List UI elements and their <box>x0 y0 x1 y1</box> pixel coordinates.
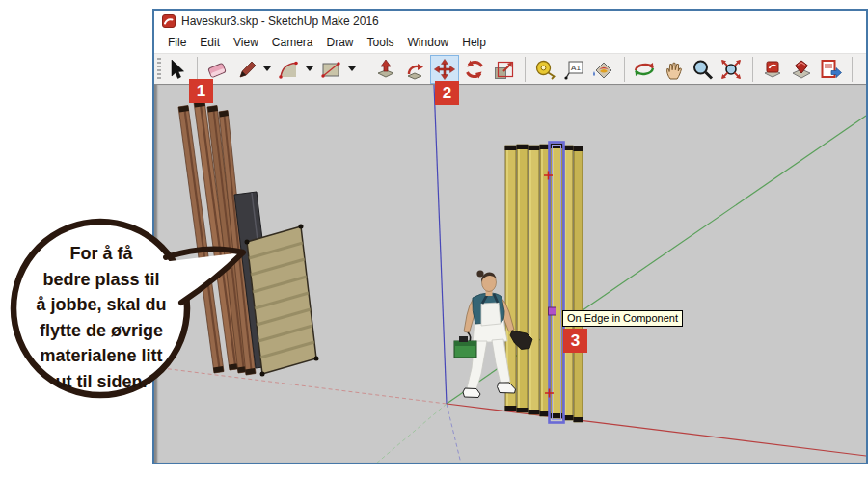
text-tool-icon[interactable]: A1 <box>560 56 587 83</box>
rotate-tool-icon[interactable] <box>461 56 488 83</box>
menu-window[interactable]: Window <box>401 34 456 51</box>
menu-file[interactable]: File <box>161 34 193 51</box>
menu-edit[interactable]: Edit <box>193 34 227 51</box>
stud <box>574 146 583 422</box>
toolbar-separator <box>752 57 753 82</box>
stud <box>529 146 540 414</box>
step-callout-3: 3 <box>563 329 587 353</box>
speech-bubble-text: For å få bedre plass til å jobbe, skal d… <box>14 241 189 394</box>
scene-canvas <box>154 85 866 463</box>
arc-tool-icon[interactable] <box>275 56 302 83</box>
toolbar: A1 <box>154 53 866 85</box>
sketchup-logo-icon <box>162 14 176 28</box>
scale-tool-icon[interactable] <box>490 56 517 83</box>
title-bar: Haveskur3.skp - SketchUp Make 2016 <box>154 11 866 32</box>
toolbar-separator <box>624 57 625 82</box>
zoom-tool-icon[interactable] <box>689 56 716 83</box>
blue-axis <box>434 85 447 404</box>
toolbar-separator <box>525 57 526 82</box>
inference-tooltip: On Edge in Component <box>562 310 683 327</box>
toolbar-grip[interactable] <box>157 58 161 81</box>
stud-stack[interactable] <box>505 144 583 422</box>
step-callout-2: 2 <box>435 81 459 105</box>
line-tool-dropdown[interactable] <box>261 56 273 83</box>
text-tool-label: A1 <box>571 64 581 72</box>
select-tool-icon[interactable] <box>162 56 189 83</box>
toolbar-separator <box>366 57 366 82</box>
orbit-tool-icon[interactable] <box>631 56 658 83</box>
paint-bucket-tool-icon[interactable] <box>589 56 616 83</box>
menu-help[interactable]: Help <box>455 34 493 51</box>
menu-bar: File Edit View Camera Draw Tools Window … <box>154 32 866 53</box>
send-to-layout-icon[interactable] <box>817 56 844 83</box>
menu-tools[interactable]: Tools <box>361 34 401 51</box>
move-tool-icon[interactable] <box>430 55 459 84</box>
menu-draw[interactable]: Draw <box>320 34 361 51</box>
arc-tool-dropdown[interactable] <box>304 56 315 83</box>
tape-measure-tool-icon[interactable] <box>531 56 558 83</box>
menu-view[interactable]: View <box>227 34 265 51</box>
follow-me-tool-icon[interactable] <box>401 56 428 83</box>
rectangle-tool-icon[interactable] <box>317 56 344 83</box>
push-pull-tool-icon[interactable] <box>372 56 399 83</box>
share-model-icon[interactable] <box>788 56 815 83</box>
zoom-extents-tool-icon[interactable] <box>718 56 745 83</box>
line-tool-icon[interactable] <box>232 56 259 83</box>
red-axis <box>447 404 866 456</box>
tutorial-page: { "window": { "title": "Haveskur3.skp - … <box>0 0 868 477</box>
inference-point-marker <box>549 307 556 315</box>
get-models-icon[interactable] <box>759 56 786 83</box>
toolbar-separator <box>852 57 853 82</box>
pan-tool-icon[interactable] <box>660 56 687 83</box>
model-viewport[interactable] <box>154 85 866 463</box>
toolbar-separator <box>197 57 198 82</box>
stud <box>517 145 529 412</box>
menu-camera[interactable]: Camera <box>265 34 320 51</box>
window-title: Haveskur3.skp - SketchUp Make 2016 <box>181 14 379 28</box>
rectangle-tool-dropdown[interactable] <box>346 56 358 83</box>
step-callout-1: 1 <box>189 79 213 103</box>
